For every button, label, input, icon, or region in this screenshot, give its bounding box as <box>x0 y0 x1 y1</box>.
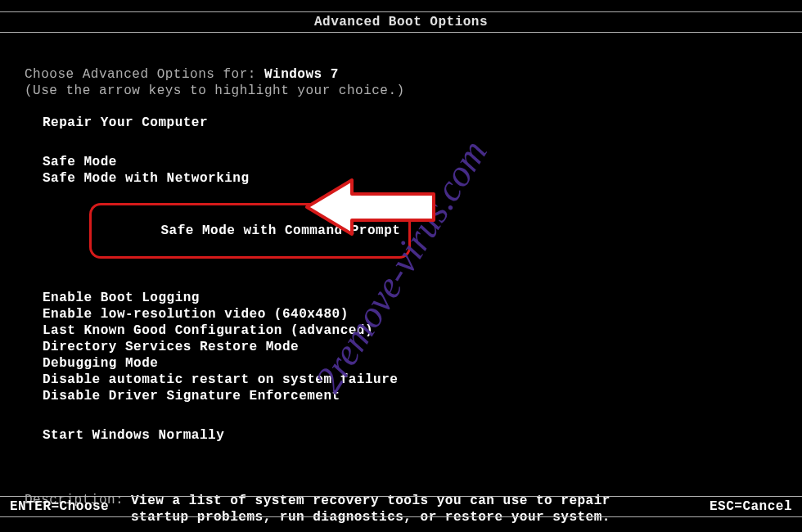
option-safe-mode-networking[interactable]: Safe Mode with Networking <box>43 170 777 187</box>
content-area: Choose Advanced Options for: Windows 7 (… <box>0 67 802 525</box>
footer-bar: ENTER=Choose ESC=Cancel <box>0 496 802 517</box>
os-name: Windows 7 <box>264 67 339 82</box>
hint-line: (Use the arrow keys to highlight your ch… <box>25 83 777 98</box>
footer-enter: ENTER=Choose <box>10 497 109 516</box>
option-repair[interactable]: Repair Your Computer <box>43 115 777 131</box>
screen-title: Advanced Boot Options <box>314 15 488 29</box>
choose-line: Choose Advanced Options for: Windows 7 <box>25 67 777 82</box>
option-ds-restore[interactable]: Directory Services Restore Mode <box>43 339 777 355</box>
option-debugging[interactable]: Debugging Mode <box>43 355 777 372</box>
choose-prefix: Choose Advanced Options for: <box>25 67 264 82</box>
option-safe-mode[interactable]: Safe Mode <box>43 154 777 170</box>
option-boot-logging[interactable]: Enable Boot Logging <box>43 290 777 306</box>
option-disable-restart[interactable]: Disable automatic restart on system fail… <box>43 372 777 388</box>
option-last-known-good[interactable]: Last Known Good Configuration (advanced) <box>43 322 777 339</box>
option-low-res[interactable]: Enable low-resolution video (640x480) <box>43 306 777 322</box>
option-safe-mode-cmd-label: Safe Mode with Command Prompt <box>160 223 400 238</box>
option-start-normally[interactable]: Start Windows Normally <box>43 427 777 444</box>
option-safe-mode-cmd[interactable]: Safe Mode with Command Prompt <box>43 187 777 275</box>
options-list: Repair Your Computer Safe Mode Safe Mode… <box>25 115 777 444</box>
title-bar: Advanced Boot Options <box>0 11 802 33</box>
footer-esc: ESC=Cancel <box>710 497 792 516</box>
highlight-ring: Safe Mode with Command Prompt <box>89 203 412 259</box>
option-disable-driver-sig[interactable]: Disable Driver Signature Enforcement <box>43 388 777 404</box>
